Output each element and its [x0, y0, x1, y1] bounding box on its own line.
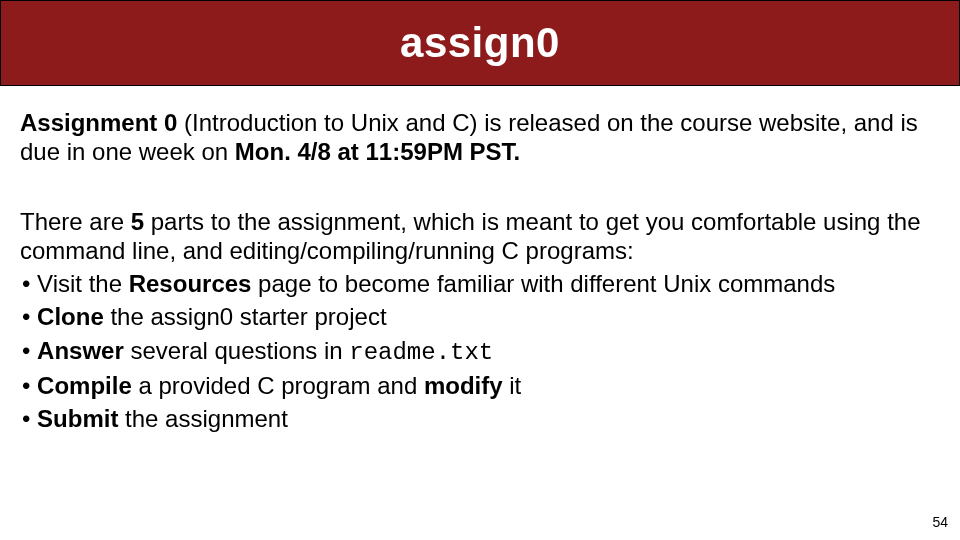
bullet-bold: Clone — [37, 303, 104, 330]
parts-post: parts to the assignment, which is meant … — [20, 208, 921, 264]
bullet-bold: Resources — [129, 270, 252, 297]
parts-paragraph: There are 5 parts to the assignment, whi… — [20, 207, 940, 266]
list-item: Visit the Resources page to become famil… — [22, 269, 940, 298]
bullet-pre: Visit the — [37, 270, 129, 297]
title-bar: assign0 — [0, 0, 960, 86]
bullet-bold: Submit — [37, 405, 118, 432]
slide-body: Assignment 0 (Introduction to Unix and C… — [0, 86, 960, 433]
page-number: 54 — [932, 514, 948, 530]
assignment-name: Assignment 0 — [20, 109, 177, 136]
parts-count: 5 — [131, 208, 144, 235]
list-item: Compile a provided C program and modify … — [22, 371, 940, 400]
parts-pre: There are — [20, 208, 131, 235]
slide-title: assign0 — [400, 19, 560, 67]
list-item: Answer several questions in readme.txt — [22, 336, 940, 367]
bullet-list: Visit the Resources page to become famil… — [20, 269, 940, 433]
bullet-mid: several questions in — [124, 337, 349, 364]
bullet-bold: Answer — [37, 337, 124, 364]
due-date: Mon. 4/8 at 11:59PM PST. — [235, 138, 520, 165]
list-item: Submit the assignment — [22, 404, 940, 433]
intro-paragraph: Assignment 0 (Introduction to Unix and C… — [20, 108, 940, 167]
bullet-mid: a provided C program and — [132, 372, 424, 399]
bullet-bold: Compile — [37, 372, 132, 399]
list-item: Clone the assign0 starter project — [22, 302, 940, 331]
bullet-mid: page to become familiar with different U… — [251, 270, 835, 297]
bullet-mono: readme.txt — [349, 339, 493, 366]
bullet-post: it — [503, 372, 522, 399]
bullet-bold2: modify — [424, 372, 503, 399]
bullet-mid: the assignment — [118, 405, 287, 432]
bullet-mid: the assign0 starter project — [104, 303, 387, 330]
slide: assign0 Assignment 0 (Introduction to Un… — [0, 0, 960, 540]
